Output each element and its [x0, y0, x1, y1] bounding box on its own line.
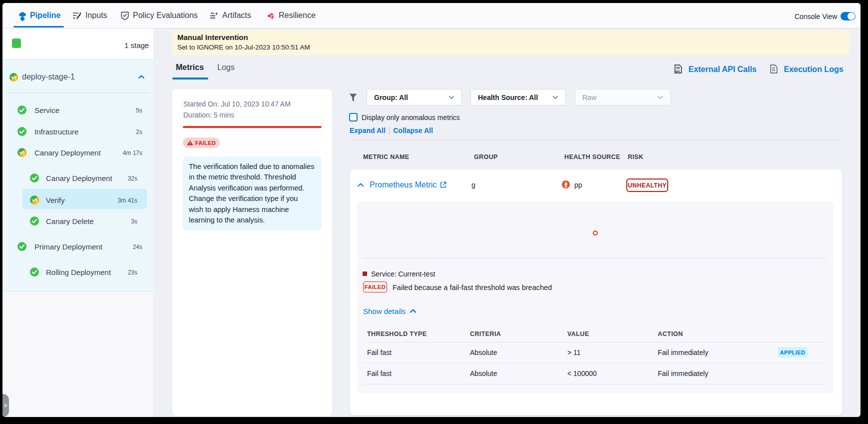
svg-text:API: API [675, 70, 680, 73]
